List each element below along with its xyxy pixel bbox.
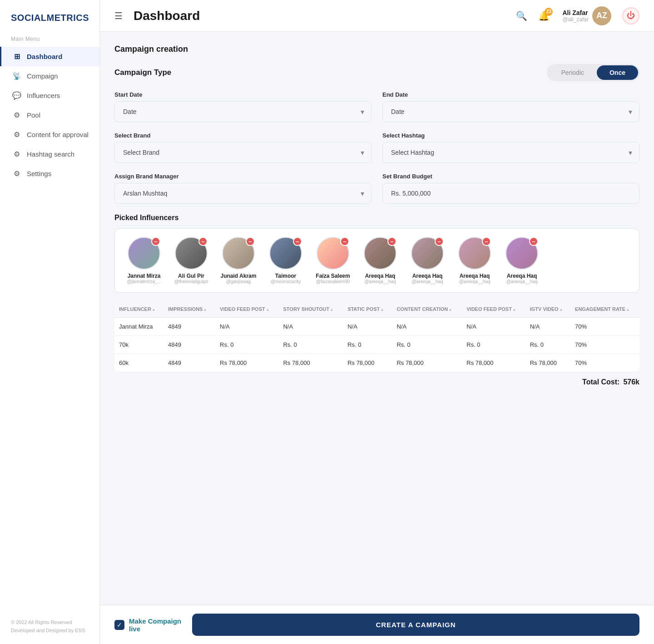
- influencer-remove-button[interactable]: −: [340, 237, 349, 246]
- sort-arrow-icon[interactable]: ▴: [267, 307, 269, 312]
- influencer-name: Areeqa Haq: [412, 273, 443, 279]
- table-cell: N/A: [215, 318, 278, 336]
- pool-icon: ⚙: [12, 111, 21, 119]
- sort-arrow-icon[interactable]: ▴: [449, 307, 451, 312]
- avatar: AZ: [592, 6, 611, 25]
- influencer-card: − Areeqa Haq @areeqa__haq: [360, 237, 400, 284]
- bell-badge: 23: [545, 8, 553, 16]
- influencer-avatar-wrap: −: [317, 237, 349, 270]
- influencer-remove-button[interactable]: −: [529, 237, 538, 246]
- sidebar-item-label: Dashboard: [27, 53, 62, 60]
- influencer-avatar-wrap: −: [222, 237, 255, 270]
- influencer-avatar-wrap: −: [505, 237, 538, 270]
- influencer-remove-button[interactable]: −: [435, 237, 444, 246]
- influencer-remove-button[interactable]: −: [198, 237, 208, 246]
- sort-arrow-icon[interactable]: ▴: [153, 307, 155, 312]
- influencers-icon: 💬: [12, 91, 21, 100]
- select-brand-label: Select Brand: [114, 132, 372, 139]
- sort-arrow-icon[interactable]: ▴: [381, 307, 383, 312]
- sidebar-item-pool[interactable]: ⚙ Pool: [0, 105, 99, 125]
- hashtag-icon: ⚙: [12, 150, 21, 158]
- influencer-name: Junaid Akram: [221, 273, 257, 279]
- table-header: STORY SHOUTOUT▴: [278, 301, 343, 318]
- total-cost-label: Total Cost:: [582, 378, 619, 386]
- sidebar-item-settings[interactable]: ⚙ Settings: [0, 164, 99, 183]
- influencer-handle: @areeqa__haq: [364, 279, 396, 284]
- sidebar-item-campaign[interactable]: 📡 Compaign: [0, 66, 99, 86]
- main-area: ☰ Dashboard 🔍 🔔 23 Ali Zafar @ali_zafar …: [100, 0, 654, 644]
- brand-hashtag-row: Select Brand Select Brand Select Hashtag…: [114, 132, 639, 163]
- make-live-checkbox[interactable]: ✓: [114, 620, 124, 630]
- table-cell: Rs 78,000: [343, 354, 392, 372]
- table-cell: Rs 78,000: [462, 354, 525, 372]
- sidebar-item-dashboard[interactable]: ⊞ Dashboard: [0, 47, 99, 66]
- notifications-bell[interactable]: 🔔 23: [538, 10, 550, 21]
- budget-label: Set Brand Budget: [382, 173, 639, 180]
- sidebar-item-label: Compaign: [27, 72, 58, 80]
- campaign-icon: 📡: [12, 72, 21, 80]
- select-hashtag-select[interactable]: Select Hashtag: [382, 142, 639, 163]
- end-date-label: End Date: [382, 91, 639, 98]
- influencer-remove-button[interactable]: −: [387, 237, 396, 246]
- sidebar-item-label: Pool: [27, 111, 40, 119]
- make-live-checkbox-wrap[interactable]: ✓ Make Compaign live: [114, 617, 181, 633]
- campaign-type-title: Campaign Type: [114, 68, 171, 77]
- start-date-group: Start Date Date: [114, 91, 372, 122]
- influencer-card: − Areeqa Haq @areeqa__haq: [407, 237, 447, 284]
- sidebar-item-hashtag[interactable]: ⚙ Hashtag search: [0, 144, 99, 164]
- start-date-select[interactable]: Date: [114, 101, 372, 122]
- sort-arrow-icon[interactable]: ▴: [204, 307, 206, 312]
- sidebar-item-label: Content for approval: [27, 131, 89, 138]
- influencer-handle: @areeqa__haq: [506, 279, 537, 284]
- sidebar-item-influencers[interactable]: 💬 Influencers: [0, 86, 99, 105]
- influencer-remove-button[interactable]: −: [482, 237, 491, 246]
- sidebar-item-content[interactable]: ⚙ Content for approval: [0, 125, 99, 144]
- menu-icon[interactable]: ☰: [114, 10, 123, 21]
- influencer-name: Areeqa Haq: [507, 273, 537, 279]
- toggle-once[interactable]: Once: [597, 65, 638, 80]
- budget-group: Set Brand Budget: [382, 173, 639, 204]
- influencer-name: Areeqa Haq: [365, 273, 396, 279]
- influencer-handle: @thereolaligulpir: [174, 279, 208, 284]
- search-icon[interactable]: 🔍: [516, 10, 527, 21]
- influencer-avatar-wrap: −: [364, 237, 396, 270]
- influencer-card: − Jannat Mirza @jannatmirza_...: [124, 237, 164, 284]
- influencer-handle: @ganjiswag: [226, 279, 251, 284]
- power-button[interactable]: ⏻: [622, 7, 639, 25]
- sort-arrow-icon[interactable]: ▴: [513, 307, 515, 312]
- assign-manager-label: Assign Brand Manager: [114, 173, 372, 180]
- select-brand-select[interactable]: Select Brand: [114, 142, 372, 163]
- assign-manager-group: Assign Brand Manager Arslan Mushtaq: [114, 173, 372, 204]
- breadcrumb: Campaign creation: [114, 44, 639, 54]
- table-header: INFLUENCER▴: [114, 301, 164, 318]
- influencer-handle: @jannatmirza_...: [127, 279, 161, 284]
- username: Ali Zafar: [562, 9, 589, 16]
- influencer-handle: @areeqa__haq: [459, 279, 490, 284]
- header: ☰ Dashboard 🔍 🔔 23 Ali Zafar @ali_zafar …: [100, 0, 654, 32]
- end-date-select[interactable]: Date: [382, 101, 639, 122]
- influencer-name: Ali Gul Pir: [178, 273, 204, 279]
- toggle-periodic[interactable]: Periodic: [548, 65, 597, 80]
- influencer-table-wrap: INFLUENCER▴IMPRESSIONS▴VIDEO FEED POST▴S…: [114, 301, 639, 372]
- bottom-bar: ✓ Make Compaign live CREATE A CAMPAIGN: [100, 605, 654, 644]
- influencer-avatar-wrap: −: [128, 237, 160, 270]
- table-cell: Rs 78,000: [392, 354, 462, 372]
- manager-budget-row: Assign Brand Manager Arslan Mushtaq Set …: [114, 173, 639, 204]
- sort-arrow-icon[interactable]: ▴: [331, 307, 333, 312]
- content-area: Campaign creation Campaign Type Periodic…: [100, 32, 654, 605]
- app-logo: SOCIALMETRICS: [0, 0, 99, 32]
- table-cell: 70%: [570, 318, 639, 336]
- picked-influencers-title: Picked Influencers: [114, 214, 639, 222]
- assign-manager-select[interactable]: Arslan Mushtaq: [114, 183, 372, 204]
- sort-arrow-icon[interactable]: ▴: [560, 307, 562, 312]
- start-date-label: Start Date: [114, 91, 372, 98]
- table-cell: 70%: [570, 354, 639, 372]
- select-brand-group: Select Brand Select Brand: [114, 132, 372, 163]
- influencer-remove-button[interactable]: −: [246, 237, 255, 246]
- influencer-remove-button[interactable]: −: [151, 237, 160, 246]
- create-campaign-button[interactable]: CREATE A CAMPAIGN: [192, 614, 639, 636]
- influencer-remove-button[interactable]: −: [293, 237, 302, 246]
- sidebar-footer: © 2022 All Rights Reserved Developed and…: [0, 611, 99, 635]
- budget-input[interactable]: [382, 183, 639, 204]
- sort-arrow-icon[interactable]: ▴: [627, 307, 629, 312]
